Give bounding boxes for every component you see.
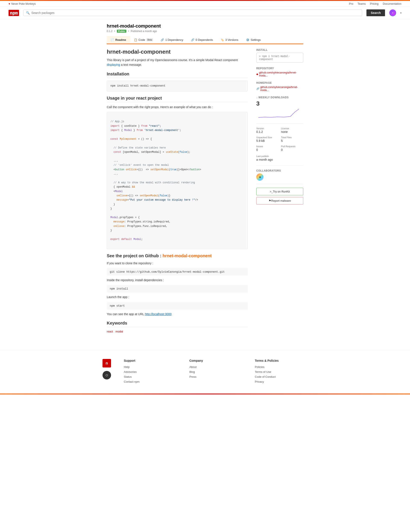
- stats-grid: Version 0.1.2 License none Unpacked Size…: [256, 127, 303, 152]
- footer-inner: n ○ Support Help Advisories Status Conta…: [102, 359, 308, 385]
- footer-terms-title: Terms & Policies: [255, 359, 308, 362]
- footer-policies[interactable]: Policies: [255, 365, 308, 369]
- user-dropdown-icon[interactable]: ▾: [401, 12, 401, 14]
- github-desc3: Launch the app :: [107, 295, 248, 299]
- keywords-heading: Keywords: [107, 321, 248, 327]
- user-avatar[interactable]: ✦: [389, 10, 396, 16]
- collaborator-avatar[interactable]: ✦: [256, 173, 263, 181]
- user-avatar-inner: ✦: [390, 10, 396, 16]
- footer-code-of-conduct[interactable]: Code of Conduct: [255, 375, 308, 378]
- footer-contact-npm[interactable]: Contact npm: [124, 380, 177, 383]
- stat-version: Version 0.1.2: [256, 127, 279, 133]
- installation-heading: Installation: [107, 72, 248, 78]
- stat-license: License none: [281, 127, 303, 133]
- pull-requests-label: Pull Requests: [281, 145, 303, 148]
- homepage-icon: 🔗: [256, 87, 260, 90]
- collaborators-section: Collaborators ✦: [256, 169, 303, 181]
- github-heading-text: See the project on Github :: [107, 253, 162, 258]
- chart-svg: [256, 108, 303, 119]
- search-button[interactable]: Search: [366, 10, 385, 16]
- usage-heading: Usage in your react project: [107, 96, 248, 102]
- content-main: hrnet-modal-component This library is pa…: [107, 48, 248, 333]
- package-header: hrnet-modal-component 0.1.2 • Public • P…: [107, 23, 303, 33]
- nav-pricing[interactable]: Pricing: [370, 2, 379, 5]
- content-layout: hrnet-modal-component This library is pa…: [107, 48, 303, 333]
- repository-icon: ◆: [256, 73, 258, 76]
- repository-label: Repository: [256, 67, 303, 70]
- nav-teams[interactable]: Teams: [358, 2, 366, 5]
- keyword-react[interactable]: react: [107, 330, 113, 333]
- tab-readme[interactable]: 📄 Readme: [107, 36, 130, 44]
- search-input[interactable]: [31, 11, 360, 15]
- github-npm-start: npm start: [107, 302, 248, 310]
- github-link[interactable]: hrnet-modal-component: [162, 253, 212, 258]
- stat-total-files: Total Files 5: [281, 136, 303, 142]
- footer-support-title: Support: [124, 359, 177, 362]
- sidebar-homepage-section: Homepage 🔗 github.com/sylviecanongia/hrn…: [256, 81, 303, 92]
- readme-desc-part1: This library is part of a project of my …: [107, 58, 238, 62]
- readme-tab-icon: 📄: [111, 38, 114, 41]
- keyword-modal[interactable]: modal: [116, 330, 123, 333]
- footer-logos: n ○: [102, 359, 111, 380]
- footer-blog[interactable]: Blog: [189, 370, 242, 373]
- repository-link[interactable]: ◆ github.com/sylviecanongia/hrnet-moda..…: [256, 71, 303, 77]
- total-files-label: Total Files: [281, 136, 303, 139]
- footer-support-col: Support Help Advisories Status Contact n…: [124, 359, 177, 385]
- stat-issues: Issues 0: [256, 145, 279, 152]
- keywords-section: Keywords react modal: [107, 321, 248, 333]
- footer-status[interactable]: Status: [124, 375, 177, 378]
- code-tab-label: Code: [139, 38, 145, 41]
- npm-logo: npm: [9, 10, 19, 16]
- dependents-tab-icon: 🔗: [191, 38, 194, 41]
- repository-url: github.com/sylviecanongia/hrnet-moda...: [259, 71, 303, 77]
- unpacked-size-value: 5.9 kB: [256, 139, 279, 142]
- footer-advisories[interactable]: Advisories: [124, 370, 177, 373]
- settings-tab-icon: ⚙️: [246, 38, 249, 41]
- topbar-left: ♥ Never Poke Monkeys: [9, 2, 36, 5]
- footer-privacy[interactable]: Privacy: [255, 380, 308, 383]
- footer-github-logo: ○: [102, 371, 111, 380]
- last-publish-value: a month ago: [256, 158, 303, 161]
- header: npm 🔍 Search ✦ ▾: [0, 7, 410, 19]
- collaborators-label: Collaborators: [256, 169, 303, 172]
- collab-icon: ✦: [259, 175, 261, 179]
- homepage-url: github.com/sylviecanongia/hrnet-moda...: [260, 86, 303, 92]
- footer-help[interactable]: Help: [124, 365, 177, 369]
- readme-desc-part2: a text message.: [120, 63, 142, 66]
- settings-tab-label: Settings: [251, 38, 261, 41]
- github-url-desc: You can see the app at URL: [107, 312, 145, 316]
- footer-press[interactable]: Press: [189, 375, 242, 378]
- tab-dependencies[interactable]: 🔗 1 Dependency: [157, 36, 187, 44]
- footer-about[interactable]: About: [189, 365, 242, 369]
- homepage-label: Homepage: [256, 81, 303, 84]
- code-example-block: // App.js import { useState } from "reac…: [107, 112, 248, 249]
- github-clone-command: git clone https://github.com/SylvieCanon…: [107, 268, 248, 276]
- package-meta: 0.1.2 • Public • Published a month ago: [107, 30, 303, 33]
- search-container: 🔍: [23, 10, 362, 16]
- nav-pro[interactable]: Pro: [349, 2, 353, 5]
- install-box[interactable]: > npm i hrnet-modal-component: [256, 53, 303, 63]
- footer-npm-logo: n: [102, 359, 111, 368]
- main-container: hrnet-modal-component 0.1.2 • Public • P…: [102, 19, 308, 337]
- footer-company-title: Company: [189, 359, 242, 362]
- tab-versions[interactable]: 🏷️ 3 Versions: [217, 36, 242, 44]
- footer-terms-of-use[interactable]: Terms of Use: [255, 370, 308, 373]
- github-desc1: If you want to clone the repository :: [107, 261, 248, 266]
- tab-dependents[interactable]: 🔗 0 Dependents: [187, 36, 217, 44]
- report-malware-button[interactable]: ⚑Report malware: [256, 197, 303, 204]
- github-url-link[interactable]: http://localhost:3000: [145, 312, 171, 316]
- license-label: License: [281, 127, 303, 130]
- footer-terms-col: Terms & Policies Policies Terms of Use C…: [255, 359, 308, 385]
- github-desc4: You can see the app at URL http://localh…: [107, 312, 248, 316]
- sidebar-last-publish: Last publish a month ago: [256, 155, 303, 161]
- nav-documentation[interactable]: Documentation: [383, 2, 401, 5]
- tab-code[interactable]: 📋 Code Beta: [130, 36, 157, 44]
- code-tab-icon: 📋: [134, 38, 137, 41]
- tab-settings[interactable]: ⚙️ Settings: [242, 36, 265, 44]
- try-runkit-button[interactable]: >_Try on RunKit: [256, 188, 303, 195]
- install-label: Install: [256, 48, 303, 51]
- homepage-link[interactable]: 🔗 github.com/sylviecanongia/hrnet-moda..…: [256, 86, 303, 92]
- stat-unpacked-size: Unpacked Size 5.9 kB: [256, 136, 279, 142]
- deps-tab-label: 1 Dependency: [165, 38, 183, 41]
- pull-requests-value: 0: [281, 148, 303, 152]
